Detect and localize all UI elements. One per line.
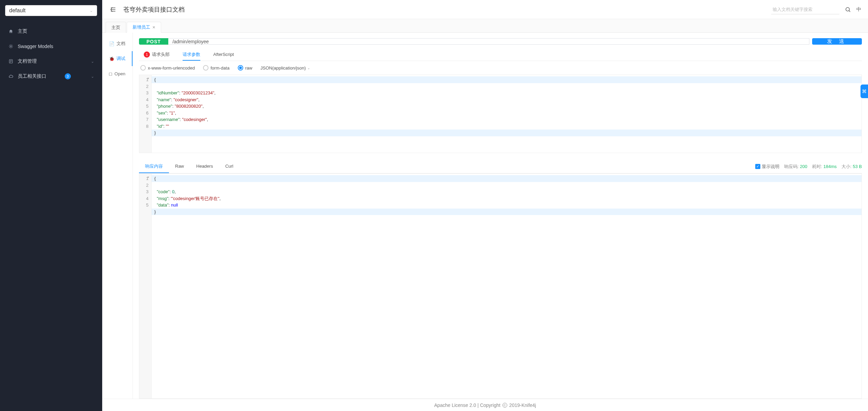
side-menu: 主页 Swagger Models 文档管理 ⌄ 员工相关接口 3 ⌄ bbox=[0, 21, 102, 84]
content-type-select[interactable]: JSON(application/json) ⌄ bbox=[261, 65, 310, 71]
rail-label: 调试 bbox=[117, 56, 125, 62]
detail-rail: 📄 文档 🐞 调试 ◻ Open bbox=[102, 33, 133, 399]
radio-icon bbox=[238, 65, 243, 71]
elapsed-time: 耗时: 184ms bbox=[812, 164, 837, 170]
tab-label: 响应内容 bbox=[145, 163, 163, 169]
option-label: raw bbox=[245, 65, 252, 71]
sidebar-item-home[interactable]: 主页 bbox=[0, 24, 102, 39]
sidebar-collapse-button[interactable] bbox=[109, 5, 117, 14]
sidebar-item-swagger-models[interactable]: Swagger Models bbox=[0, 39, 102, 54]
tab-label: 主页 bbox=[111, 25, 120, 31]
document-icon: 📄 bbox=[109, 41, 114, 46]
tab-label: 请求参数 bbox=[183, 51, 200, 58]
tab-request-headers[interactable]: 1 请求头部 bbox=[144, 49, 170, 61]
send-button[interactable]: 发 送 bbox=[812, 38, 862, 45]
url-input[interactable] bbox=[168, 38, 809, 45]
svg-point-2 bbox=[846, 7, 850, 11]
request-body-editor[interactable]: 12345678 { "idNumber": "200003021234", "… bbox=[139, 75, 862, 153]
tab-response-headers[interactable]: Headers bbox=[190, 160, 219, 173]
sidebar: default ⌄ 主页 Swagger Models 文档管理 ⌄ bbox=[0, 0, 102, 411]
app-title: 苍穹外卖项目接口文档 bbox=[123, 5, 185, 14]
doc-tabs: 主页 新增员工 ✕ bbox=[102, 19, 868, 33]
tab-response-raw[interactable]: Raw bbox=[169, 160, 190, 173]
sidebar-top: default ⌄ bbox=[0, 0, 102, 21]
option-label: form-data bbox=[211, 65, 230, 71]
select-value: default bbox=[9, 7, 26, 14]
response-meta: ✓ 显示说明 响应码: 200 耗时: 184ms 大小: 53 B bbox=[755, 164, 862, 170]
request-tabs: 1 请求头部 请求参数 AfterScript bbox=[139, 49, 862, 61]
body-type-raw[interactable]: raw bbox=[238, 65, 252, 71]
tab-home[interactable]: 主页 bbox=[106, 22, 126, 33]
sidebar-item-label: Swagger Models bbox=[18, 44, 53, 49]
search-icon[interactable] bbox=[845, 6, 851, 13]
search-input[interactable] bbox=[771, 5, 839, 14]
radio-icon bbox=[203, 65, 208, 71]
count-badge: 3 bbox=[65, 73, 71, 79]
option-label: x-www-form-urlencoded bbox=[148, 65, 195, 71]
code-area[interactable]: { "idNumber": "200003021234", "name": "c… bbox=[152, 75, 862, 153]
tab-label: 请求头部 bbox=[152, 51, 170, 58]
open-icon: ◻ bbox=[109, 71, 112, 76]
radio-icon bbox=[140, 65, 146, 71]
api-group-select[interactable]: default ⌄ bbox=[5, 5, 97, 16]
response-body-editor[interactable]: 12345 { "code": 0, "msg": "'codesinger'账… bbox=[139, 173, 862, 399]
right-drawer-toggle[interactable]: ⌘ bbox=[861, 85, 868, 98]
tab-label: Headers bbox=[196, 164, 213, 169]
bug-icon: 🐞 bbox=[109, 56, 114, 61]
content: 📄 文档 🐞 调试 ◻ Open POST 发 送 1 请求头部 bbox=[102, 33, 868, 399]
footer: Apache License 2.0 | Copyright C 2019-Kn… bbox=[102, 399, 868, 411]
tab-label: AfterScript bbox=[213, 52, 234, 57]
topbar: 苍穹外卖项目接口文档 中 bbox=[102, 0, 868, 19]
cloud-icon bbox=[8, 74, 14, 79]
rail-doc[interactable]: 📄 文档 bbox=[102, 36, 133, 51]
chevron-down-icon: ⌄ bbox=[307, 66, 310, 70]
rail-open[interactable]: ◻ Open bbox=[102, 66, 133, 81]
doc-manage-icon bbox=[8, 59, 14, 64]
checkbox-icon: ✓ bbox=[755, 164, 760, 169]
tab-label: 新增员工 bbox=[133, 24, 150, 30]
detail-pane: POST 发 送 1 请求头部 请求参数 AfterScript bbox=[133, 33, 868, 399]
line-gutter: 12345 bbox=[139, 174, 152, 398]
url-row: POST 发 送 bbox=[139, 38, 862, 45]
tab-request-params[interactable]: 请求参数 bbox=[183, 49, 200, 61]
line-gutter: 12345678 bbox=[139, 75, 152, 153]
content-type-label: JSON(application/json) bbox=[261, 65, 306, 71]
chevron-down-icon: ⌄ bbox=[91, 59, 94, 64]
show-desc-toggle[interactable]: ✓ 显示说明 bbox=[755, 164, 779, 170]
chevron-down-icon: ⌄ bbox=[90, 8, 93, 13]
rail-debug[interactable]: 🐞 调试 bbox=[102, 51, 133, 66]
tab-response-curl[interactable]: Curl bbox=[219, 160, 239, 173]
sidebar-item-label: 主页 bbox=[18, 28, 27, 34]
tab-label: Raw bbox=[175, 164, 184, 169]
http-method-badge: POST bbox=[139, 38, 168, 45]
rail-label: Open bbox=[114, 71, 125, 76]
sidebar-item-employee-api[interactable]: 员工相关接口 3 ⌄ bbox=[0, 69, 102, 84]
sidebar-item-doc-management[interactable]: 文档管理 ⌄ bbox=[0, 54, 102, 69]
tab-response-body[interactable]: 响应内容 bbox=[139, 160, 169, 173]
models-icon bbox=[8, 44, 14, 49]
tab-afterscript[interactable]: AfterScript bbox=[213, 49, 234, 61]
code-area: { "code": 0, "msg": "'codesinger'账号已存在",… bbox=[152, 174, 862, 398]
sidebar-item-label: 文档管理 bbox=[18, 58, 37, 64]
body-type-urlencoded[interactable]: x-www-form-urlencoded bbox=[140, 65, 195, 71]
footer-text-left: Apache License 2.0 | Copyright bbox=[434, 402, 500, 408]
close-icon[interactable]: ✕ bbox=[152, 25, 155, 30]
sidebar-item-label: 员工相关接口 bbox=[18, 73, 46, 79]
tab-add-employee[interactable]: 新增员工 ✕ bbox=[127, 22, 161, 33]
topbar-right: 中 bbox=[771, 5, 861, 14]
language-toggle[interactable]: 中 bbox=[856, 6, 861, 13]
toggle-label: 显示说明 bbox=[762, 164, 779, 170]
tab-label: Curl bbox=[225, 164, 233, 169]
count-badge: 1 bbox=[144, 51, 150, 58]
main: 苍穹外卖项目接口文档 中 主页 新增员工 ✕ 📄 文档 🐞 调试 bbox=[102, 0, 868, 411]
status-code: 响应码: 200 bbox=[784, 164, 807, 170]
svg-point-0 bbox=[10, 46, 12, 47]
response-tabs: 响应内容 Raw Headers Curl ✓ 显示说明 响应码: 200 耗时… bbox=[139, 160, 862, 173]
rail-label: 文档 bbox=[117, 41, 125, 47]
chevron-down-icon: ⌄ bbox=[91, 74, 94, 79]
body-type-row: x-www-form-urlencoded form-data raw JSON… bbox=[139, 61, 862, 75]
copyright-icon: C bbox=[502, 403, 507, 408]
body-type-formdata[interactable]: form-data bbox=[203, 65, 230, 71]
footer-text-right: 2019-Knife4j bbox=[509, 402, 536, 408]
home-icon bbox=[8, 29, 14, 34]
